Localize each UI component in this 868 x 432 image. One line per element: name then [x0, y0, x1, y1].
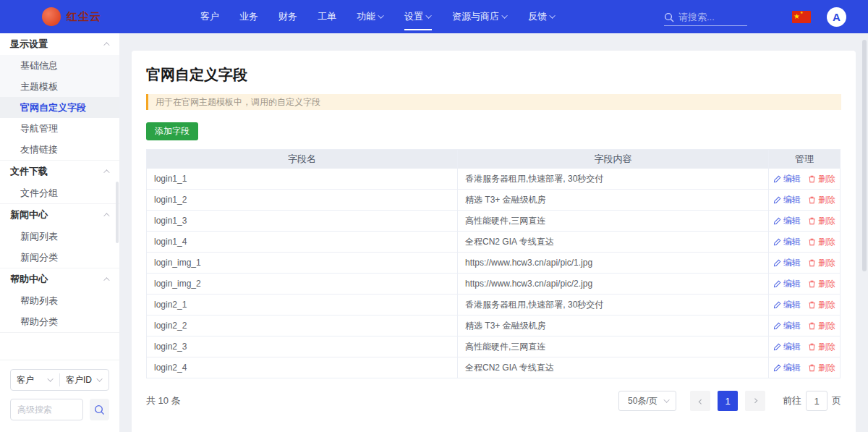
sidebar-item-nav-management[interactable]: 导航管理: [0, 118, 119, 139]
sidebar-group-file-download: 文件下载 文件分组: [0, 161, 119, 204]
top-menu: 客户 业务 财务 工单 功能 设置 资源与商店 反馈: [190, 0, 566, 33]
goto-label: 前往: [783, 394, 801, 407]
chevron-down-icon: [378, 12, 383, 18]
chevron-down-icon: [425, 12, 431, 18]
brand-logo[interactable]: 红尘云: [42, 7, 150, 26]
search-icon: [664, 12, 674, 22]
advanced-search-input[interactable]: [10, 399, 83, 420]
table-row: login1_4 全程CN2 GIA 专线直达 编辑 删除: [147, 232, 840, 253]
chevron-down-icon: [96, 376, 102, 381]
sidebar-group-header-news-center[interactable]: 新闻中心: [0, 204, 119, 226]
trash-icon: [808, 196, 816, 204]
sidebar-group-display-settings: 显示设置 基础信息 主题模板 官网自定义字段 导航管理 友情链接: [0, 33, 119, 161]
delete-button[interactable]: 删除: [808, 257, 835, 269]
sidebar-scrollbar[interactable]: [116, 182, 119, 243]
chevron-left-icon: [698, 399, 703, 404]
page-scrollbar[interactable]: [862, 40, 867, 271]
trash-icon: [808, 301, 816, 309]
edit-button[interactable]: 编辑: [773, 362, 801, 374]
top-navbar: 红尘云 客户 业务 财务 工单 功能 设置 资源与商店 反馈 ★ ★ A: [0, 0, 868, 33]
user-avatar[interactable]: A: [827, 7, 846, 27]
trash-icon: [808, 217, 816, 225]
sidebar-item-help-categories[interactable]: 帮助分类: [0, 311, 119, 332]
edit-button[interactable]: 编辑: [773, 278, 801, 290]
delete-button[interactable]: 删除: [808, 278, 835, 290]
customer-select[interactable]: 客户: [11, 374, 59, 386]
nav-item-customers[interactable]: 客户: [190, 0, 229, 33]
chevron-up-icon: [103, 42, 109, 48]
sidebar-item-help-list[interactable]: 帮助列表: [0, 290, 119, 311]
edit-button[interactable]: 编辑: [773, 341, 801, 353]
table-row: login2_1 香港服务器租用,快速部署, 30秒交付 编辑 删除: [147, 295, 840, 315]
add-field-button[interactable]: 添加字段: [146, 122, 198, 140]
chevron-down-icon: [549, 12, 555, 18]
nav-item-features[interactable]: 功能: [346, 0, 394, 33]
trash-icon: [808, 280, 816, 288]
sidebar-group-header-file-download[interactable]: 文件下载: [0, 161, 119, 182]
global-search-input[interactable]: [678, 12, 744, 22]
sidebar-quick-search: 客户 客户ID: [0, 360, 119, 432]
table-row: login1_3 高性能硬件,三网直连 编辑 删除: [147, 211, 840, 232]
customer-id-select[interactable]: 客户ID: [60, 374, 109, 386]
delete-button[interactable]: 删除: [808, 173, 835, 185]
sidebar-item-custom-fields[interactable]: 官网自定义字段: [0, 97, 119, 118]
sidebar-group-header-help-center[interactable]: 帮助中心: [0, 268, 119, 290]
nav-item-settings[interactable]: 设置: [394, 0, 442, 33]
edit-button[interactable]: 编辑: [773, 173, 801, 185]
language-flag-icon[interactable]: ★ ★: [792, 11, 811, 23]
pencil-icon: [773, 175, 781, 183]
pencil-icon: [773, 280, 781, 288]
next-page-button[interactable]: [745, 391, 765, 411]
nav-item-finance[interactable]: 财务: [268, 0, 307, 33]
sidebar-item-file-groups[interactable]: 文件分组: [0, 182, 119, 203]
custom-fields-table: 字段名 字段内容 管理 login1_1 香港服务器租用,快速部署, 30秒交付…: [146, 149, 841, 378]
edit-button[interactable]: 编辑: [773, 194, 801, 206]
prev-page-button[interactable]: [690, 391, 710, 411]
delete-button[interactable]: 删除: [808, 362, 835, 374]
edit-button[interactable]: 编辑: [773, 320, 801, 332]
table-row: login1_2 精选 T3+ 金融级机房 编辑 删除: [147, 190, 840, 211]
column-header-field-name: 字段名: [147, 150, 458, 169]
pencil-icon: [773, 322, 781, 330]
sidebar-group-header-display-settings[interactable]: 显示设置: [0, 33, 119, 55]
pencil-icon: [773, 364, 781, 372]
delete-button[interactable]: 删除: [808, 320, 835, 332]
chevron-right-icon: [752, 398, 757, 403]
current-page-button[interactable]: 1: [718, 391, 738, 411]
pencil-icon: [773, 196, 781, 204]
edit-button[interactable]: 编辑: [773, 299, 801, 311]
chevron-down-icon: [501, 12, 507, 18]
table-row: login_img_1 https://www.hcw3.cn/api/pic/…: [147, 253, 840, 274]
edit-button[interactable]: 编辑: [773, 236, 801, 248]
delete-button[interactable]: 删除: [808, 299, 835, 311]
edit-button[interactable]: 编辑: [773, 215, 801, 227]
chevron-down-icon: [47, 376, 53, 381]
edit-button[interactable]: 编辑: [773, 257, 801, 269]
sidebar-item-theme-template[interactable]: 主题模板: [0, 76, 119, 97]
nav-item-resources-store[interactable]: 资源与商店: [442, 0, 518, 33]
pencil-icon: [773, 301, 781, 309]
delete-button[interactable]: 删除: [808, 215, 835, 227]
nav-item-feedback[interactable]: 反馈: [518, 0, 566, 33]
page-size-select[interactable]: 50条/页: [618, 391, 676, 411]
sidebar-item-news-list[interactable]: 新闻列表: [0, 226, 119, 247]
advanced-search-button[interactable]: [90, 399, 109, 420]
chevron-up-icon: [103, 169, 109, 175]
pencil-icon: [773, 217, 781, 225]
sidebar-group-news-center: 新闻中心 新闻列表 新闻分类: [0, 204, 119, 268]
goto-page-input[interactable]: [806, 391, 827, 411]
chevron-up-icon: [103, 277, 109, 283]
search-type-selects: 客户 客户ID: [10, 369, 109, 391]
chevron-up-icon: [103, 213, 109, 219]
delete-button[interactable]: 删除: [808, 341, 835, 353]
sidebar-item-news-categories[interactable]: 新闻分类: [0, 247, 119, 268]
nav-item-business[interactable]: 业务: [229, 0, 268, 33]
table-row: login2_2 精选 T3+ 金融级机房 编辑 删除: [147, 315, 840, 336]
column-header-field-content: 字段内容: [458, 150, 769, 169]
trash-icon: [808, 175, 816, 183]
delete-button[interactable]: 删除: [808, 236, 835, 248]
delete-button[interactable]: 删除: [808, 194, 835, 206]
sidebar-item-friend-links[interactable]: 友情链接: [0, 139, 119, 160]
nav-item-tickets[interactable]: 工单: [307, 0, 346, 33]
sidebar-item-basic-info[interactable]: 基础信息: [0, 55, 119, 76]
